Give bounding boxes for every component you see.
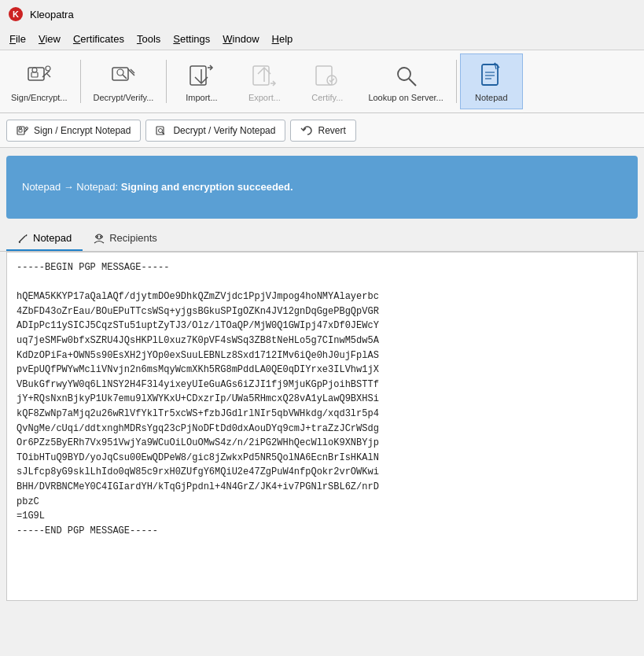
menu-tools[interactable]: Tools	[131, 31, 167, 47]
sign-encrypt-notepad-icon	[17, 124, 29, 137]
revert-label: Revert	[318, 125, 345, 136]
svg-line-22	[409, 79, 416, 86]
toolbar: Sign/Encrypt... Decrypt/Verify...	[0, 50, 644, 113]
menu-file[interactable]: File	[3, 31, 32, 47]
title-bar: K Kleopatra	[0, 0, 644, 28]
svg-point-21	[398, 68, 410, 80]
notepad-icon	[477, 61, 506, 90]
person-icon	[94, 233, 105, 244]
sign-encrypt-notepad-button[interactable]: Sign / Encrypt Notepad	[6, 120, 141, 142]
app-title: Kleopatra	[30, 9, 74, 20]
decrypt-verify-notepad-label: Decrypt / Verify Notepad	[173, 125, 275, 136]
svg-line-10	[123, 75, 127, 79]
menu-bar: File View Certificates Tools Settings Wi…	[0, 28, 644, 50]
notification-message: Notepad → Notepad: Signing and encryptio…	[22, 179, 293, 195]
toolbar-notepad-button[interactable]: Notepad	[460, 53, 523, 109]
import-icon	[187, 61, 215, 90]
svg-rect-13	[190, 66, 206, 85]
tab-recipients-label: Recipients	[109, 232, 157, 244]
kleopatra-icon: K	[8, 6, 24, 22]
svg-point-9	[117, 69, 123, 76]
toolbar-sign-encrypt-label: Sign/Encrypt...	[11, 93, 68, 102]
svg-line-37	[19, 236, 25, 242]
toolbar-sep-3	[456, 60, 457, 103]
svg-point-33	[26, 127, 28, 129]
toolbar-decrypt-verify-button[interactable]: Decrypt/Verify...	[84, 53, 164, 109]
svg-text:K: K	[13, 9, 19, 19]
toolbar-certify-label: Certify...	[311, 93, 343, 102]
notification-banner: Notepad → Notepad: Signing and encryptio…	[6, 156, 638, 219]
notification-bold: Signing and encryption succeeded.	[121, 181, 293, 193]
menu-help[interactable]: Help	[266, 31, 300, 47]
toolbar-decrypt-verify-label: Decrypt/Verify...	[94, 93, 154, 102]
svg-rect-2	[28, 68, 44, 80]
svg-rect-16	[253, 66, 269, 85]
decrypt-verify-icon	[109, 61, 138, 90]
toolbar-lookup-server-label: Lookup on Server...	[368, 93, 443, 102]
tabs-bar: Notepad Recipients	[0, 227, 644, 252]
pgp-content[interactable]: -----BEGIN PGP MESSAGE----- hQEMA5KKYP17…	[6, 252, 638, 601]
svg-point-39	[97, 234, 101, 239]
svg-point-4	[32, 68, 37, 72]
toolbar-lookup-server-button[interactable]: Lookup on Server...	[359, 53, 452, 109]
menu-view[interactable]: View	[32, 31, 67, 47]
decrypt-verify-notepad-icon	[156, 124, 168, 137]
export-icon	[250, 61, 278, 90]
toolbar-certify-button[interactable]: Certify...	[296, 53, 359, 109]
revert-button[interactable]: Revert	[290, 120, 355, 142]
svg-rect-3	[31, 72, 38, 77]
toolbar-sign-encrypt-button[interactable]: Sign/Encrypt...	[2, 53, 77, 109]
pencil-icon	[17, 233, 28, 244]
notification-prefix: Notepad → Notepad:	[22, 181, 121, 193]
sign-encrypt-icon	[25, 61, 53, 90]
tab-notepad-label: Notepad	[33, 232, 72, 244]
toolbar-export-button[interactable]: Export...	[233, 53, 296, 109]
toolbar-import-label: Import...	[186, 93, 217, 102]
toolbar-sep-2	[166, 60, 167, 103]
svg-line-7	[46, 73, 50, 77]
svg-point-31	[20, 127, 22, 129]
sign-encrypt-notepad-label: Sign / Encrypt Notepad	[34, 125, 131, 136]
svg-rect-29	[17, 127, 24, 135]
toolbar-import-button[interactable]: Import...	[170, 53, 233, 109]
menu-settings[interactable]: Settings	[167, 31, 216, 47]
toolbar-notepad-label: Notepad	[475, 93, 508, 102]
toolbar-export-label: Export...	[248, 93, 281, 102]
svg-point-35	[159, 128, 163, 132]
action-bar: Sign / Encrypt Notepad Decrypt / Verify …	[0, 113, 644, 148]
toolbar-sep-1	[80, 60, 81, 103]
tab-notepad[interactable]: Notepad	[6, 227, 83, 251]
lookup-server-icon	[392, 61, 420, 90]
decrypt-verify-notepad-button[interactable]: Decrypt / Verify Notepad	[145, 120, 285, 142]
tab-recipients[interactable]: Recipients	[83, 227, 168, 251]
menu-window[interactable]: Window	[216, 31, 265, 47]
certify-icon	[313, 61, 341, 90]
svg-point-6	[46, 66, 50, 71]
revert-icon	[300, 124, 313, 137]
menu-certificates[interactable]: Certificates	[67, 31, 131, 47]
